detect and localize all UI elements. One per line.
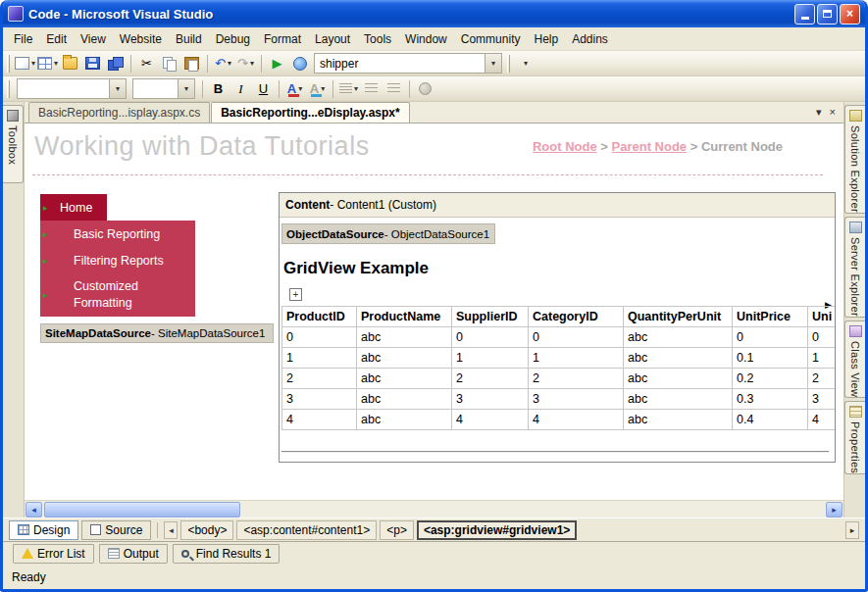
scroll-left-button[interactable]: ◂: [26, 502, 42, 518]
bold-button[interactable]: B: [207, 78, 230, 100]
block-format-combo[interactable]: ▾: [17, 78, 127, 99]
tag-scroll-left-button[interactable]: ◂: [164, 521, 178, 539]
undo-button[interactable]: ↶▾: [212, 53, 234, 74]
maximize-button[interactable]: [817, 4, 838, 25]
source-view-tab[interactable]: Source: [81, 520, 151, 540]
nav-item-customized-formatting[interactable]: ▸ Customized Formatting: [40, 273, 195, 317]
add-item-button[interactable]: ▾: [36, 53, 59, 74]
nav-item-home[interactable]: ▸ Home: [40, 194, 107, 221]
toolbar-options-button[interactable]: ▾: [514, 53, 536, 74]
close-button[interactable]: ×: [840, 4, 860, 25]
error-list-tab[interactable]: Error List: [13, 544, 94, 564]
open-file-button[interactable]: [59, 53, 81, 74]
menu-item-layout[interactable]: Layout: [308, 29, 357, 49]
properties-tab[interactable]: Properties: [844, 401, 865, 474]
toolbox-tab[interactable]: Toolbox: [3, 105, 24, 183]
numbered-list-button[interactable]: [383, 78, 405, 100]
tag-body[interactable]: <body>: [180, 520, 233, 540]
server-explorer-icon: [849, 222, 862, 233]
cut-button[interactable]: ✂: [135, 53, 158, 74]
dropdown-icon: ▾: [31, 59, 35, 68]
design-view-tab[interactable]: Design: [9, 520, 78, 540]
browse-button[interactable]: [288, 53, 311, 74]
grid-cell: abc: [357, 410, 452, 430]
content-control[interactable]: Content - Content1 (Custom) ObjectDataSo…: [279, 192, 836, 463]
menu-item-view[interactable]: View: [74, 29, 113, 49]
class-view-label: Class View: [849, 341, 861, 397]
menu-item-debug[interactable]: Debug: [209, 29, 257, 49]
paste-button[interactable]: [180, 53, 203, 74]
tag-scroll-right-button[interactable]: ▸: [845, 521, 859, 539]
align-button[interactable]: ▾: [337, 78, 360, 100]
class-view-tab[interactable]: Class View: [844, 321, 865, 398]
font-size-combo[interactable]: ▾: [132, 78, 195, 99]
menu-item-tools[interactable]: Tools: [357, 29, 398, 49]
grid-cell: 0.1: [733, 348, 808, 369]
grid-cell: 3: [452, 389, 529, 410]
breadcrumb-parent-link[interactable]: Parent Node: [612, 139, 688, 154]
menu-item-edit[interactable]: Edit: [39, 29, 74, 49]
gridview-control[interactable]: ProductID ProductName SupplierID Categor…: [281, 306, 835, 430]
scrollbar-thumb[interactable]: [44, 502, 240, 518]
menu-item-community[interactable]: Community: [454, 29, 528, 49]
nav-item-basic-reporting[interactable]: ▸ Basic Reporting: [40, 221, 195, 247]
design-view-icon: [18, 524, 29, 535]
solution-explorer-tab[interactable]: Solution Explorer: [844, 105, 865, 214]
combo-dropdown-icon[interactable]: ▾: [485, 54, 501, 73]
nav-item-label: Customized Formatting: [74, 278, 183, 312]
find-combo[interactable]: shipper ▾: [314, 53, 502, 74]
objectdatasource-control[interactable]: ObjectDataSource - ObjectDataSource1: [281, 223, 495, 244]
toolbar-grip[interactable]: [7, 80, 10, 98]
tag-asp-content[interactable]: <asp:content#content1>: [236, 520, 377, 540]
horizontal-scrollbar[interactable]: ◂ ▸: [25, 500, 843, 518]
tag-p[interactable]: <p>: [380, 520, 414, 540]
combo-dropdown-icon[interactable]: ▾: [178, 79, 194, 98]
new-file-button[interactable]: ▾: [14, 53, 36, 74]
copy-button[interactable]: [158, 53, 180, 74]
font-color-button[interactable]: A▾: [283, 78, 306, 100]
active-files-dropdown-icon[interactable]: ▾: [816, 106, 822, 119]
source-view-icon: [90, 524, 101, 535]
menu-item-help[interactable]: Help: [527, 29, 565, 49]
sitemapdatasource-control[interactable]: SiteMapDataSource - SiteMapDataSource1: [40, 323, 274, 343]
dropdown-icon: ▾: [250, 59, 254, 68]
combo-dropdown-icon[interactable]: ▾: [109, 79, 126, 98]
minimize-button[interactable]: [794, 4, 815, 25]
grid-cell: 2: [529, 369, 624, 389]
toolbar-separator: [332, 80, 333, 98]
scroll-right-button[interactable]: ▸: [826, 502, 842, 518]
find-results-tab[interactable]: Find Results 1: [173, 544, 281, 564]
menu-item-format[interactable]: Format: [257, 29, 308, 49]
grid-cell: 0: [808, 327, 836, 348]
menu-item-build[interactable]: Build: [169, 29, 209, 49]
bullet-list-button[interactable]: [360, 78, 383, 100]
menu-item-window[interactable]: Window: [398, 29, 454, 49]
doc-tab-aspx-active[interactable]: BasicReporting...eDisplay.aspx*: [211, 102, 410, 123]
tag-asp-gridview-selected[interactable]: <asp:gridview#gridview1>: [417, 520, 577, 540]
new-file-icon: [15, 57, 29, 70]
formatting-toolbar: ▾ ▾ B I U A▾ A▾ ▾: [3, 76, 865, 102]
nav-item-label: Filtering Reports: [74, 254, 164, 268]
toolbar-grip[interactable]: [7, 55, 10, 73]
breadcrumb-root-link[interactable]: Root Node: [533, 139, 597, 154]
server-explorer-tab[interactable]: Server Explorer: [844, 217, 865, 318]
save-button[interactable]: [81, 53, 104, 74]
italic-button[interactable]: I: [230, 78, 252, 100]
expand-glyph-icon[interactable]: +: [289, 288, 302, 301]
save-all-button[interactable]: [104, 53, 127, 74]
cut-icon: ✂: [141, 57, 152, 70]
redo-button[interactable]: ↷▾: [234, 53, 257, 74]
start-debug-button[interactable]: ▶: [266, 53, 288, 74]
dropdown-icon: ▾: [524, 59, 528, 68]
nav-item-filtering-reports[interactable]: ▸ Filtering Reports: [40, 247, 195, 273]
underline-button[interactable]: U: [252, 78, 275, 100]
toolbar-grip[interactable]: [507, 55, 510, 73]
doc-tab-codebehind[interactable]: BasicReporting...isplay.aspx.cs: [28, 102, 210, 123]
hyperlink-button[interactable]: [414, 78, 436, 100]
highlight-button[interactable]: A▾: [306, 78, 329, 100]
menu-item-file[interactable]: File: [7, 29, 39, 49]
output-tab[interactable]: Output: [99, 544, 168, 564]
menu-item-addins[interactable]: Addins: [565, 29, 615, 49]
menu-item-website[interactable]: Website: [113, 29, 169, 49]
close-document-icon[interactable]: ×: [830, 106, 836, 119]
